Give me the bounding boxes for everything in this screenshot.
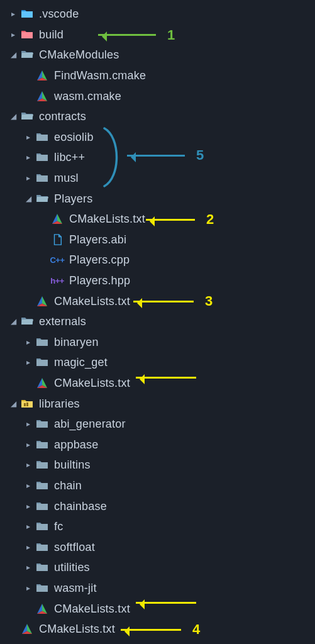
- cpp-icon: C++: [50, 253, 64, 267]
- tree-folder[interactable]: ▸appbase: [0, 434, 315, 455]
- tree-file[interactable]: ▸Players.abi: [0, 230, 315, 250]
- folder-icon: [35, 355, 49, 369]
- folder-icon: [35, 479, 49, 492]
- tree-folder[interactable]: ▸libc++: [0, 147, 315, 168]
- tree-item-label: CMakeLists.txt: [54, 377, 130, 389]
- chevron-down-icon[interactable]: ◢: [9, 113, 18, 120]
- hpp-icon: h++: [50, 274, 64, 287]
- tree-folder[interactable]: ▸wasm-jit: [0, 578, 315, 599]
- tree-folder[interactable]: ▸chainbase: [0, 496, 315, 516]
- folder-icon: [35, 519, 49, 533]
- chevron-right-icon[interactable]: ▸: [24, 482, 33, 489]
- svg-rect-15: [24, 403, 26, 406]
- tree-item-label: appbase: [54, 439, 98, 450]
- chevron-right-icon[interactable]: ▸: [24, 584, 33, 592]
- tree-item-label: abi_generator: [54, 418, 126, 430]
- tree-file[interactable]: ▸CMakeLists.txt: [0, 619, 315, 640]
- folder-open-icon: [35, 192, 49, 206]
- tree-folder[interactable]: ▸utilities: [0, 557, 315, 578]
- chevron-right-icon[interactable]: ▸: [24, 153, 33, 161]
- tree-item-label: Players: [54, 193, 92, 204]
- tree-folder[interactable]: ▸abi_generator: [0, 414, 315, 435]
- tree-folder[interactable]: ▸magic_get: [0, 352, 315, 373]
- tree-file[interactable]: ▸C++Players.cpp: [0, 250, 315, 270]
- tree-item-label: eosiolib: [54, 131, 94, 143]
- chevron-right-icon[interactable]: ▸: [24, 543, 33, 551]
- folder-icon: [35, 335, 49, 349]
- tree-item-label: binaryen: [54, 336, 99, 348]
- cmake-icon: [35, 602, 49, 616]
- tree-folder[interactable]: ◢externals: [0, 311, 315, 332]
- tree-folder[interactable]: ▸build: [0, 25, 315, 45]
- tree-item-label: fc: [54, 521, 63, 532]
- lib-folder-icon: [20, 397, 34, 411]
- tree-item-label: FindWasm.cmake: [54, 70, 146, 81]
- tree-folder[interactable]: ▸fc: [0, 516, 315, 537]
- tree-folder[interactable]: ◢contracts: [0, 106, 315, 127]
- chevron-right-icon[interactable]: ▸: [24, 420, 33, 428]
- tree-item-label: builtins: [54, 459, 91, 470]
- vscode-folder-icon: [20, 7, 34, 21]
- tree-file[interactable]: ▸CMakeLists.txt: [0, 373, 315, 394]
- tree-file[interactable]: ▸h++Players.hpp: [0, 270, 315, 291]
- tree-folder[interactable]: ▸softfloat: [0, 536, 315, 557]
- folder-icon: [35, 458, 49, 472]
- chevron-right-icon[interactable]: ▸: [9, 10, 18, 18]
- tree-folder[interactable]: ◢libraries: [0, 393, 315, 414]
- chevron-right-icon[interactable]: ▸: [24, 133, 33, 141]
- chevron-right-icon[interactable]: ▸: [9, 31, 18, 38]
- chevron-down-icon[interactable]: ◢: [9, 318, 18, 325]
- cmake-icon: [35, 89, 49, 103]
- cmake-icon: [35, 376, 49, 390]
- abi-icon: [50, 233, 64, 247]
- tree-item-label: CMakeModules: [39, 49, 119, 60]
- chevron-down-icon[interactable]: ◢: [24, 195, 33, 203]
- tree-item-label: CMakeLists.txt: [54, 603, 130, 614]
- tree-folder[interactable]: ▸musl: [0, 168, 315, 189]
- tree-item-label: utilities: [54, 562, 90, 573]
- cmake-icon: [50, 212, 64, 226]
- file-tree: ▸.vscode▸build◢CMakeModules▸FindWasm.cma…: [0, 0, 315, 644]
- tree-item-label: contracts: [39, 111, 86, 122]
- tree-item-label: musl: [54, 172, 79, 184]
- chevron-right-icon[interactable]: ▸: [24, 358, 33, 366]
- folder-icon: [35, 130, 49, 144]
- folder-icon: [35, 171, 49, 185]
- tree-item-label: build: [39, 29, 64, 40]
- tree-item-label: Players.cpp: [69, 254, 130, 265]
- chevron-right-icon[interactable]: ▸: [24, 523, 33, 530]
- cmake-icon: [35, 294, 49, 308]
- chevron-right-icon[interactable]: ▸: [24, 564, 33, 571]
- chevron-right-icon[interactable]: ▸: [24, 441, 33, 448]
- tree-folder[interactable]: ▸.vscode: [0, 4, 315, 25]
- tree-folder[interactable]: ▸builtins: [0, 455, 315, 475]
- cmake-icon: [20, 622, 34, 636]
- chevron-right-icon[interactable]: ▸: [24, 502, 33, 510]
- chevron-right-icon[interactable]: ▸: [24, 461, 33, 469]
- tree-item-label: wasm-jit: [54, 582, 97, 594]
- tree-folder[interactable]: ◢CMakeModules: [0, 45, 315, 65]
- tree-folder[interactable]: ◢Players: [0, 188, 315, 209]
- tree-folder[interactable]: ▸chain: [0, 475, 315, 496]
- build-folder-icon: [20, 28, 34, 42]
- tree-item-label: magic_get: [54, 357, 108, 368]
- tree-item-label: .vscode: [39, 8, 79, 19]
- folder-icon: [35, 560, 49, 574]
- tree-item-label: Players.abi: [69, 234, 126, 245]
- tree-item-label: chain: [54, 480, 82, 491]
- chevron-right-icon[interactable]: ▸: [24, 338, 33, 346]
- tree-item-label: Players.hpp: [69, 275, 130, 286]
- chevron-right-icon[interactable]: ▸: [24, 174, 33, 182]
- tree-folder[interactable]: ▸eosiolib: [0, 127, 315, 148]
- svg-rect-16: [26, 402, 28, 406]
- tree-file[interactable]: ▸wasm.cmake: [0, 86, 315, 106]
- tree-item-label: CMakeLists.txt: [39, 623, 115, 635]
- folder-icon: [35, 499, 49, 513]
- chevron-down-icon[interactable]: ◢: [9, 400, 18, 408]
- tree-file[interactable]: ▸CMakeLists.txt: [0, 598, 315, 619]
- chevron-down-icon[interactable]: ◢: [9, 51, 18, 58]
- tree-file[interactable]: ▸CMakeLists.txt: [0, 209, 315, 230]
- tree-file[interactable]: ▸CMakeLists.txt: [0, 291, 315, 311]
- tree-folder[interactable]: ▸binaryen: [0, 332, 315, 353]
- tree-file[interactable]: ▸FindWasm.cmake: [0, 65, 315, 86]
